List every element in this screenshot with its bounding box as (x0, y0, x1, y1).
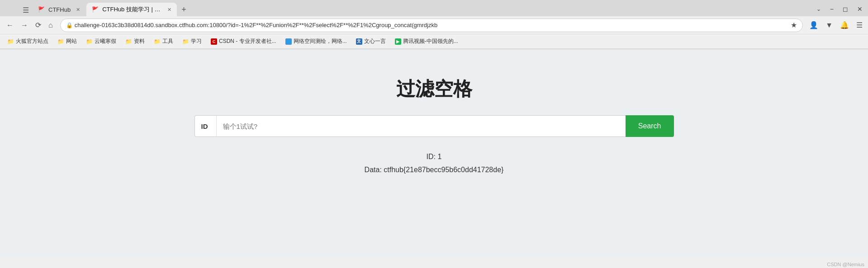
folder-icon: 📁 (154, 38, 161, 45)
folder-icon: 📁 (57, 38, 64, 45)
tab-label-active: CTFHub 技能学习 | 过滤空格 (102, 5, 162, 14)
notification-icon[interactable]: 🔔 (838, 19, 851, 31)
page-content: 过滤空格 ID Search ID: 1 Data: ctfhub{21e87b… (0, 49, 868, 257)
back-button[interactable]: ← (4, 19, 16, 31)
bookmark-label: 学习 (191, 38, 202, 45)
bookmark-ziliao[interactable]: 📁 资料 (122, 36, 148, 47)
bookmark-label: 腾讯视频-中国领先的... (403, 38, 458, 45)
extensions-icon[interactable]: ▼ (824, 19, 835, 31)
bookmark-label: 工具 (162, 38, 173, 45)
bookmark-label: 资料 (134, 38, 145, 45)
bookmark-wangluokongjianceshi[interactable]: 🌐 网络空间测绘，网络... (282, 36, 351, 47)
bookmark-xuexi[interactable]: 📁 学习 (179, 36, 205, 47)
bookmark-wangzhan[interactable]: 📁 网站 (54, 36, 81, 47)
reload-button[interactable]: ⟳ (33, 19, 44, 31)
bookmark-wenxin[interactable]: 文 文心一言 (352, 36, 389, 47)
forward-button[interactable]: → (18, 19, 31, 31)
tab-close-active-icon[interactable]: ✕ (167, 7, 171, 13)
tencent-icon: ▶ (395, 38, 401, 45)
browser-chrome: ☰ 🚩 CTFHub ✕ 🚩 CTFHub 技能学习 | 过滤空格 ✕ + ⌄ … (0, 0, 868, 49)
dropdown-arrow-icon[interactable]: ⌄ (815, 4, 823, 14)
sidebar-toggle-icon[interactable]: ☰ (23, 6, 29, 14)
csdn-icon: C (211, 38, 217, 45)
bookmark-tencent[interactable]: ▶ 腾讯视频-中国领先的... (391, 36, 462, 47)
folder-icon: 📁 (7, 38, 14, 45)
home-button[interactable]: ⌂ (46, 19, 56, 31)
search-button[interactable]: Search (626, 115, 674, 137)
bookmark-label: 火狐官方站点 (16, 38, 48, 45)
folder-icon: 📁 (182, 38, 189, 45)
bookmark-csdn[interactable]: C CSDN - 专业开发者社... (207, 36, 280, 47)
tab-label: CTFHub (48, 6, 71, 13)
bookmark-yunxi[interactable]: 📁 云曦寒假 (82, 36, 120, 47)
close-window-icon[interactable]: ✕ (855, 4, 864, 14)
bookmark-label: 网络空间测绘，网络... (294, 38, 347, 45)
address-bar-container: 🔒 ★ (60, 19, 803, 32)
globe-icon: 🌐 (285, 38, 292, 45)
result-id: ID: 1 (365, 150, 504, 164)
status-bar: CSDN @Nemius (823, 261, 868, 268)
search-form: ID Search (194, 115, 674, 137)
bookmark-label: 文心一言 (364, 38, 386, 45)
result-data: Data: ctfhub{21e87becc95b6c0dd41728de} (365, 164, 504, 177)
bookmark-label: 云曦寒假 (95, 38, 116, 45)
security-icon: 🔒 (66, 22, 73, 28)
content-card: 过滤空格 ID Search ID: 1 Data: ctfhub{21e87b… (185, 67, 683, 204)
tab-favicon: 🚩 (38, 6, 45, 13)
account-icon[interactable]: 👤 (807, 19, 820, 31)
minimize-icon[interactable]: − (828, 4, 835, 14)
folder-icon: 📁 (86, 38, 93, 45)
navigation-bar: ← → ⟳ ⌂ 🔒 ★ 👤 ▼ 🔔 ☰ (0, 16, 868, 34)
new-tab-button[interactable]: + (177, 3, 191, 16)
bookmark-gongju[interactable]: 📁 工具 (150, 36, 177, 47)
status-text: CSDN @Nemius (827, 262, 864, 267)
id-label: ID (194, 115, 216, 137)
address-input[interactable] (75, 22, 791, 28)
folder-icon: 📁 (125, 38, 132, 45)
bookmark-label: CSDN - 专业开发者社... (219, 38, 276, 45)
tab-close-icon[interactable]: ✕ (76, 7, 80, 13)
tab-ctfhub[interactable]: 🚩 CTFHub ✕ (33, 3, 85, 16)
page-title: 过滤空格 (396, 76, 472, 102)
nav-right-icons: 👤 ▼ 🔔 ☰ (807, 19, 864, 31)
bookmark-huohu[interactable]: 📁 火狐官方站点 (4, 36, 52, 47)
bookmark-star-icon[interactable]: ★ (791, 21, 797, 29)
bookmarks-bar: 📁 火狐官方站点 📁 网站 📁 云曦寒假 📁 资料 📁 工具 📁 学习 C CS… (0, 34, 868, 49)
bookmark-label: 网站 (66, 38, 77, 45)
search-input[interactable] (216, 115, 626, 137)
restore-icon[interactable]: ◻ (841, 4, 850, 14)
tab-challenge[interactable]: 🚩 CTFHub 技能学习 | 过滤空格 ✕ (86, 3, 177, 16)
result-area: ID: 1 Data: ctfhub{21e87becc95b6c0dd4172… (365, 150, 504, 177)
wenxin-icon: 文 (356, 38, 362, 45)
menu-icon[interactable]: ☰ (854, 19, 864, 31)
tab-favicon-active: 🚩 (92, 6, 99, 13)
